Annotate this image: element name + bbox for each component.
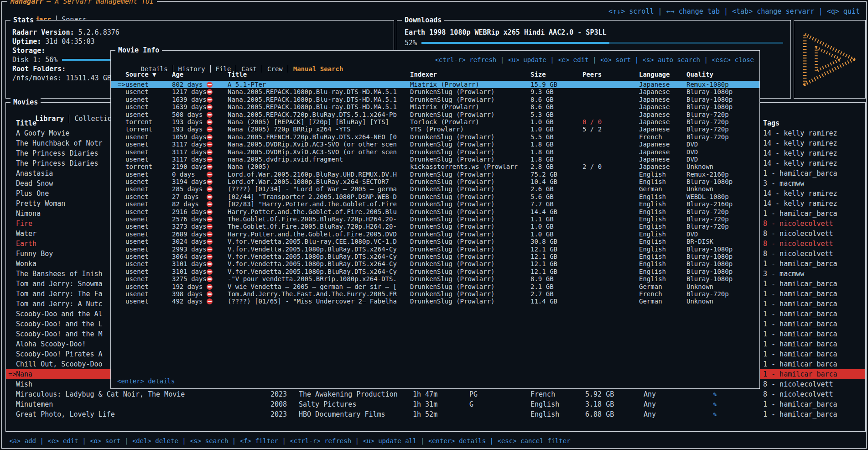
release-indexer: DrunkenSlug (Prowlarr) [410, 253, 530, 260]
movie-title: Fire [16, 220, 32, 228]
search-result-row[interactable]: usenet 398 days Tom.And.Jerry.The.Fast.A… [111, 290, 759, 298]
release-indexer: DrunkenSlug (Prowlarr) [410, 283, 530, 290]
release-quality: Bluray-720p [686, 126, 759, 133]
search-result-row[interactable]: usenet 1639 days Nana.2005.REPACK.1080p.… [111, 96, 759, 103]
release-quality: Unknown [686, 185, 759, 193]
search-result-row[interactable]: usenet 27 days [02/44] "Transporter 2.20… [111, 193, 759, 200]
release-quality: Bluray-1080p [686, 88, 759, 95]
release-language: French [639, 133, 686, 141]
column-header-release-size[interactable]: Size [530, 71, 582, 78]
release-peers [582, 88, 639, 95]
search-result-row[interactable]: usenet 2576 days The.Goblet.Of.Fire.2005… [111, 215, 759, 223]
column-header-source[interactable]: Source ▼ [115, 71, 172, 78]
release-source-cell: =>usenet [115, 81, 172, 88]
rejected-icon [207, 179, 213, 185]
release-peers [582, 223, 639, 230]
movie-title: Scooby-Doo and the Al [16, 310, 103, 318]
movie-info-tabs: DetailsHistoryFileCastCrewManual Search [116, 55, 348, 64]
movie-monitored-cell: ✎ [709, 399, 760, 409]
search-result-row[interactable]: usenet 1059 days Nana.2005.FRENCH.720p.B… [111, 133, 759, 141]
release-indexer: DrunkenSlug (Prowlarr) [410, 148, 530, 156]
column-header-age[interactable]: Age [172, 71, 207, 78]
search-result-row[interactable]: usenet 3064 days V.for.Vendetta.2005.108… [111, 253, 759, 260]
release-age: 1059 days [172, 133, 207, 141]
search-result-row[interactable]: usenet 3101 days V.for.Vendetta.2005.108… [111, 260, 759, 267]
movie-row[interactable]: Miraculous: Ladybug & Cat Noir, The Movi… [6, 389, 865, 399]
search-result-row[interactable]: usenet 492 days (????) [01/65] - "Miss U… [111, 298, 759, 305]
search-result-row[interactable]: usenet 1639 days Nana.2005.REPACK.1080p.… [111, 103, 759, 110]
monitored-icon: ✎ [713, 390, 717, 398]
release-peers [582, 171, 639, 178]
search-result-row[interactable]: usenet 3117 days nana.2005.dvdrip.xvid.f… [111, 156, 759, 163]
search-result-row[interactable]: torrent 193 days Nana (2005) 720p BRRip … [111, 126, 759, 133]
monitored-icon: ✎ [713, 410, 717, 419]
movie-title: Miraculous: Ladybug & Cat Noir, The Movi… [16, 390, 185, 398]
release-rejection-cell [207, 260, 228, 267]
search-result-row[interactable]: usenet 3117 days Nana.2005.DVDRip.XviD.A… [111, 148, 759, 156]
column-header-peers[interactable]: Peers [582, 71, 639, 78]
release-title: Nana.2005.DVDRip.XviD.AC3-SVO (or other … [228, 148, 410, 156]
search-result-row[interactable]: usenet 82 days [02/83] "Harry.Potter.and… [111, 200, 759, 208]
movie-certification [469, 409, 530, 419]
movie-title: Water [16, 230, 36, 238]
movie-row[interactable]: Minutemen 2008 Salty Pictures 1h 31m G E… [6, 399, 865, 409]
search-result-row[interactable]: usenet 2916 days Harry.Potter.and.the.Go… [111, 208, 759, 215]
release-peers: 0 / 0 [582, 118, 639, 126]
column-header-release-title[interactable]: Title [228, 71, 410, 78]
release-indexer: DrunkenSlug (Prowlarr) [410, 185, 530, 193]
search-result-row[interactable]: usenet 3273 days The.Goblet.Of.Fire.2005… [111, 223, 759, 230]
release-source-cell: usenet [115, 268, 172, 275]
search-result-row[interactable]: =>usenet 802 days A 5.1-PTer Miatrix (Pr… [111, 81, 759, 88]
search-result-row[interactable]: usenet 1217 days Nana.2005.REPACK.1080p.… [111, 88, 759, 95]
movie-runtime: 1h 47m [413, 389, 469, 399]
search-result-row[interactable]: usenet 2689 days Harry.Potter.and.the.Go… [111, 230, 759, 238]
release-age: 3101 days [172, 260, 207, 267]
search-result-row[interactable]: usenet 3275 days -"V pour vendetta.2005.… [111, 275, 759, 283]
movie-size: 3.18 GB [585, 399, 644, 409]
release-source: usenet [125, 96, 149, 103]
movie-tag: 1 - hamilcar_barca [760, 359, 865, 369]
release-size: 5.3 GB [530, 111, 582, 118]
column-header-release-quality[interactable]: Quality [686, 71, 759, 78]
movie-title: Earth [16, 240, 36, 248]
release-source-cell: usenet [115, 275, 172, 283]
release-title: V.for.Vendetta.2005.1080p.BluRay.DTS.x26… [228, 260, 410, 267]
search-result-row[interactable]: usenet 3101 days V.for.Vendetta.2005.108… [111, 268, 759, 275]
search-result-row[interactable]: usenet 3117 days Nana.2005.DVDRip.XviD.A… [111, 141, 759, 148]
search-result-row[interactable]: usenet 2993 days V.for.Vendetta.2005.108… [111, 246, 759, 253]
release-peers [582, 193, 639, 200]
release-language: Japanese [639, 81, 686, 88]
app-title: Managarr– A Servarr management TUI [7, 0, 157, 6]
release-quality: DVD [686, 230, 759, 238]
release-peers [582, 230, 639, 238]
release-source: usenet [125, 88, 149, 95]
rejected-icon [207, 254, 213, 260]
release-peers [582, 103, 639, 110]
search-result-row[interactable]: torrent 193 days Nana (2005) [REPACK] [7… [111, 118, 759, 126]
movie-tag: 14 - kelly ramirez [760, 148, 865, 158]
search-result-row[interactable]: usenet 3194 days Lord.of.War.2005.1080p.… [111, 178, 759, 185]
release-size: 12.1 GB [530, 268, 582, 275]
movie-title: Minutemen [16, 400, 53, 408]
release-quality: Bluray-1080p [686, 103, 759, 110]
release-source: usenet [125, 185, 149, 193]
movie-row[interactable]: Great Photo, Lovely Life 2023 HBO Docume… [6, 409, 865, 419]
release-title: Harry.Potter.and.the.Goblet.of.Fire.2005… [228, 230, 410, 238]
column-header-release-language[interactable]: Language [639, 71, 686, 78]
search-result-row[interactable]: usenet 192 days V wie Vendetta – 2005 – … [111, 283, 759, 290]
search-result-row[interactable]: usenet 0 days Lord.of.War.2005.2160p.Blu… [111, 171, 759, 178]
search-result-row[interactable]: torrent 2190 days Nana (2005) kickasstor… [111, 163, 759, 170]
movie-certification: PG [469, 389, 530, 399]
column-header-rejection [207, 71, 228, 78]
release-language: English [639, 208, 686, 215]
release-language: Japanese [639, 111, 686, 118]
search-result-row[interactable]: usenet 508 days Nana.2005.REPACK.720p.Bl… [111, 111, 759, 118]
release-title: Lord.of.War.2005.2160p.BluRay.UHD.REMUX.… [228, 171, 410, 178]
search-result-row[interactable]: usenet 285 days (????) [01/34] - "Lord o… [111, 185, 759, 193]
downloads-panel-title: Downloads [402, 16, 444, 25]
release-rejection-cell [207, 126, 228, 133]
movie-monitored-cell: ✎ [709, 389, 760, 399]
column-header-indexer[interactable]: Indexer [410, 71, 530, 78]
search-result-row[interactable]: usenet 3024 days V.for.Vendetta.2005.Blu… [111, 238, 759, 245]
release-title: nana.2005.dvdrip.xvid.fragment [228, 156, 410, 163]
